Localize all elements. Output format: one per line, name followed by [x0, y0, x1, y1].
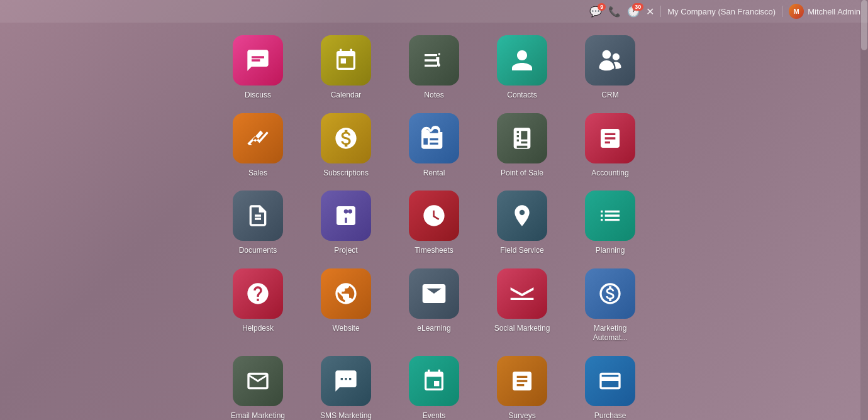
app-icon-rental	[409, 113, 459, 163]
app-item-crm[interactable]: CRM	[576, 35, 645, 101]
app-icon-surveys	[497, 356, 547, 406]
app-item-helpdesk[interactable]: Helpdesk	[223, 268, 292, 343]
app-item-smsmarketing[interactable]: SMS Marketing	[311, 356, 381, 420]
app-icon-planning	[585, 191, 635, 241]
app-label-planning: Planning	[596, 246, 625, 256]
app-icon-timesheets	[409, 191, 459, 241]
app-label-project: Project	[334, 246, 357, 256]
app-item-notes[interactable]: Notes	[399, 35, 469, 101]
app-item-marketingauto[interactable]: Marketing Automat...	[576, 268, 645, 343]
app-label-emailmarketing: Email Marketing	[231, 411, 285, 420]
app-icon-notes	[409, 35, 459, 86]
app-icon-sales	[233, 113, 283, 163]
app-item-fieldservice[interactable]: Field Service	[487, 191, 557, 256]
app-label-elearning: eLearning	[417, 324, 450, 334]
app-label-accounting: Accounting	[591, 169, 628, 179]
app-item-elearning[interactable]: eLearning	[399, 268, 469, 343]
app-label-subscriptions: Subscriptions	[323, 169, 369, 179]
app-label-surveys: Surveys	[508, 411, 535, 420]
user-menu[interactable]: M Mitchell Admin	[789, 4, 860, 19]
app-icon-subscriptions	[321, 113, 371, 163]
app-icon-website	[321, 268, 371, 319]
app-item-surveys[interactable]: Surveys	[487, 356, 557, 420]
app-item-sales[interactable]: Sales	[223, 113, 292, 179]
app-label-contacts: Contacts	[507, 91, 537, 101]
phone-icon: 📞	[608, 6, 621, 18]
app-label-rental: Rental	[423, 169, 445, 179]
app-item-contacts[interactable]: Contacts	[487, 35, 557, 101]
app-item-emailmarketing[interactable]: Email Marketing	[223, 356, 292, 420]
app-label-notes: Notes	[424, 91, 443, 101]
app-label-purchase: Purchase	[594, 411, 626, 420]
app-label-marketingauto: Marketing Automat...	[576, 324, 645, 343]
app-label-calendar: Calendar	[331, 91, 362, 101]
app-label-timesheets: Timesheets	[415, 246, 453, 256]
app-item-planning[interactable]: Planning	[576, 191, 645, 256]
topbar-separator2	[782, 6, 782, 17]
app-icon-emailmarketing	[233, 356, 283, 406]
app-item-timesheets[interactable]: Timesheets	[399, 191, 469, 256]
app-label-website: Website	[332, 324, 359, 334]
scrollbar-track[interactable]	[860, 0, 868, 420]
app-label-sales: Sales	[248, 169, 267, 179]
app-item-rental[interactable]: Rental	[399, 113, 469, 179]
app-grid: DiscussCalendarNotesContactsCRMSalesSubs…	[223, 35, 645, 420]
app-item-project[interactable]: Project	[311, 191, 381, 256]
app-label-helpdesk: Helpdesk	[242, 324, 274, 334]
app-icon-discuss	[233, 35, 283, 86]
app-icon-socialmarketing	[497, 268, 547, 319]
app-label-socialmarketing: Social Marketing	[494, 324, 550, 334]
avatar: M	[789, 4, 804, 19]
app-icon-crm	[585, 35, 635, 86]
chat-icon-wrap[interactable]: 💬 9	[589, 6, 602, 18]
close-icon[interactable]: ✕	[646, 6, 654, 18]
company-label[interactable]: My Company (San Francisco)	[667, 7, 776, 16]
user-label: Mitchell Admin	[808, 7, 860, 16]
app-label-pos: Point of Sale	[501, 169, 543, 179]
phone-icon-wrap[interactable]: 📞	[608, 6, 621, 18]
app-item-website[interactable]: Website	[311, 268, 381, 343]
app-icon-pos	[497, 113, 547, 163]
app-icon-calendar	[321, 35, 371, 86]
app-label-fieldservice: Field Service	[500, 246, 543, 256]
app-icon-events	[409, 356, 459, 406]
app-item-subscriptions[interactable]: Subscriptions	[311, 113, 381, 179]
app-label-documents: Documents	[239, 246, 277, 256]
app-icon-helpdesk	[233, 268, 283, 319]
app-icon-fieldservice	[497, 191, 547, 241]
app-label-smsmarketing: SMS Marketing	[320, 411, 372, 420]
app-icon-smsmarketing	[321, 356, 371, 406]
app-item-documents[interactable]: Documents	[223, 191, 292, 256]
app-grid-container: DiscussCalendarNotesContactsCRMSalesSubs…	[0, 23, 868, 420]
app-label-crm: CRM	[601, 91, 618, 101]
app-item-socialmarketing[interactable]: Social Marketing	[487, 268, 557, 343]
topbar-actions: 💬 9 📞 🕐 30 ✕	[589, 6, 654, 18]
app-label-discuss: Discuss	[245, 91, 271, 101]
activity-badge: 30	[632, 3, 643, 11]
app-icon-marketingauto	[585, 268, 635, 319]
app-item-purchase[interactable]: Purchase	[576, 356, 645, 420]
app-item-calendar[interactable]: Calendar	[311, 35, 381, 101]
app-icon-project	[321, 191, 371, 241]
app-icon-accounting	[585, 113, 635, 163]
app-item-discuss[interactable]: Discuss	[223, 35, 292, 101]
topbar-separator	[660, 6, 661, 17]
activity-icon-wrap[interactable]: 🕐 30	[627, 6, 640, 18]
app-icon-purchase	[585, 356, 635, 406]
app-icon-documents	[233, 191, 283, 241]
app-icon-contacts	[497, 35, 547, 86]
topbar: 💬 9 📞 🕐 30 ✕ My Company (San Francisco) …	[0, 0, 868, 23]
app-item-accounting[interactable]: Accounting	[576, 113, 645, 179]
app-item-pos[interactable]: Point of Sale	[487, 113, 557, 179]
app-label-events: Events	[423, 411, 446, 420]
chat-badge: 9	[598, 3, 606, 11]
app-item-events[interactable]: Events	[399, 356, 469, 420]
app-icon-elearning	[409, 268, 459, 319]
